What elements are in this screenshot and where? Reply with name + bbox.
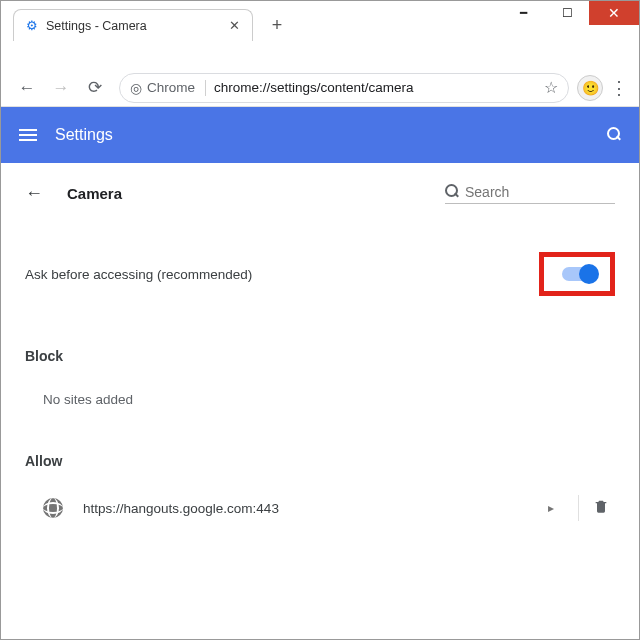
- tab-strip: ⚙ Settings - Camera ✕ +: [1, 7, 519, 41]
- ask-before-accessing-toggle[interactable]: [562, 267, 596, 281]
- allow-site-url: https://hangouts.google.com:443: [83, 501, 279, 516]
- bookmark-star-icon[interactable]: ☆: [544, 78, 558, 97]
- settings-header-title: Settings: [55, 126, 113, 144]
- new-tab-button[interactable]: +: [263, 11, 291, 39]
- block-empty-text: No sites added: [43, 392, 615, 407]
- search-icon: [445, 184, 459, 201]
- trash-icon: [593, 497, 609, 515]
- profile-avatar[interactable]: 🙂: [577, 75, 603, 101]
- window-maximize-button[interactable]: ☐: [545, 1, 589, 25]
- globe-icon: [43, 498, 63, 518]
- settings-header: Settings: [1, 107, 639, 163]
- scheme-chip: ◎ Chrome: [130, 80, 206, 96]
- page-header-row: ← Camera: [25, 183, 615, 204]
- annotation-highlight: [539, 252, 615, 296]
- toggle-label: Ask before accessing (recommended): [25, 267, 252, 282]
- page-title: Camera: [67, 185, 122, 202]
- search-input[interactable]: [465, 184, 615, 200]
- site-details-button[interactable]: ▸: [538, 501, 564, 515]
- separator: [578, 495, 579, 521]
- scheme-label: Chrome: [147, 80, 195, 95]
- allow-site-row: https://hangouts.google.com:443 ▸: [25, 495, 615, 521]
- gear-icon: ⚙: [26, 18, 38, 33]
- toggle-knob: [579, 264, 599, 284]
- delete-site-button[interactable]: [593, 497, 615, 519]
- ask-before-accessing-row: Ask before accessing (recommended): [25, 246, 615, 302]
- toolbar: ← → ⟳ ◎ Chrome chrome://settings/content…: [1, 69, 639, 107]
- overflow-menu-button[interactable]: ⋮: [605, 77, 633, 99]
- page-back-button[interactable]: ←: [25, 183, 47, 204]
- block-section-label: Block: [25, 348, 615, 364]
- omnibox-url: chrome://settings/content/camera: [214, 80, 414, 95]
- tab-close-icon[interactable]: ✕: [221, 18, 240, 33]
- page-search-field[interactable]: [445, 184, 615, 204]
- window-close-button[interactable]: ✕: [589, 1, 639, 25]
- hamburger-menu-icon[interactable]: [19, 129, 37, 141]
- tab-active[interactable]: ⚙ Settings - Camera ✕: [13, 9, 253, 41]
- settings-search-button[interactable]: [607, 125, 621, 146]
- settings-content: ← Camera Ask before accessing (recommend…: [1, 163, 639, 541]
- reload-button[interactable]: ⟳: [79, 72, 111, 104]
- omnibox[interactable]: ◎ Chrome chrome://settings/content/camer…: [119, 73, 569, 103]
- chrome-icon: ◎: [130, 80, 142, 96]
- forward-button[interactable]: →: [45, 72, 77, 104]
- back-button[interactable]: ←: [11, 72, 43, 104]
- allow-section-label: Allow: [25, 453, 615, 469]
- tab-title: Settings - Camera: [46, 19, 147, 33]
